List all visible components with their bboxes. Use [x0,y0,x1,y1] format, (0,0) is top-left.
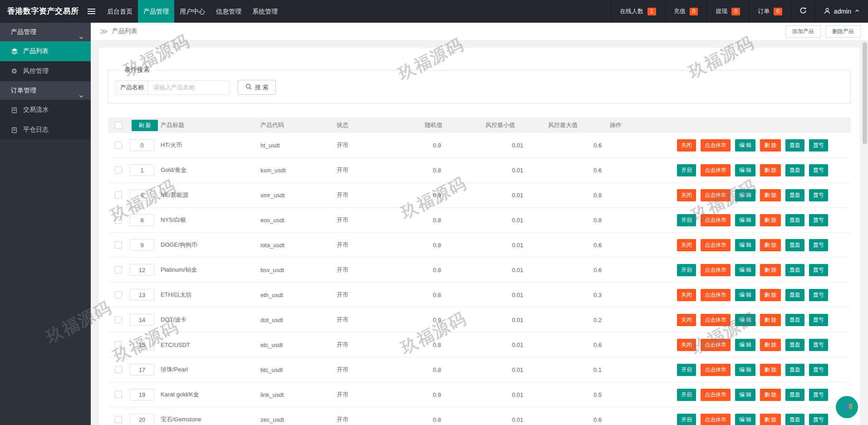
pause-market-button[interactable]: 点击休市 [701,364,731,376]
show-win-button[interactable]: 显盈 [785,189,804,201]
refresh-table-button[interactable]: 刷 新 [132,120,158,131]
delete-button[interactable]: 删 除 [760,289,780,301]
search-button[interactable]: 搜 索 [238,80,276,95]
toggle-market-button[interactable]: 开启 [677,414,696,425]
sidebar-item-product-list[interactable]: 产品列表 [0,41,91,61]
product-id-input[interactable] [130,314,154,326]
delete-button[interactable]: 删 除 [760,339,780,351]
edit-button[interactable]: 编 辑 [735,314,755,326]
delete-button[interactable]: 删 除 [760,164,780,176]
edit-button[interactable]: 编 辑 [735,414,755,425]
product-id-input[interactable] [130,164,154,176]
show-win-button[interactable]: 显盈 [785,364,804,376]
row-checkbox[interactable] [115,166,122,174]
scrollbar-thumb[interactable] [863,42,867,144]
toggle-market-button[interactable]: 关闭 [677,314,696,326]
show-loss-button[interactable]: 显亏 [809,139,828,151]
delete-button[interactable]: 删 除 [760,314,780,326]
delete-button[interactable]: 删 除 [760,214,780,226]
edit-button[interactable]: 编 辑 [735,389,755,401]
sidebar-group-product-management[interactable]: 产品管理 [0,23,91,41]
toggle-market-button[interactable]: 关闭 [677,289,696,301]
pause-market-button[interactable]: 点击休市 [701,314,731,326]
row-checkbox[interactable] [115,391,122,398]
audio-notification-button[interactable] [836,396,858,418]
top-stat-deposit[interactable]: 充值0 [665,0,707,23]
delete-product-button[interactable]: 删除产品 [825,25,861,38]
product-id-input[interactable] [130,264,154,276]
top-stat-withdrawal[interactable]: 提现0 [706,0,749,23]
top-nav-item-home[interactable]: 后台首页 [102,0,138,23]
edit-button[interactable]: 编 辑 [735,289,755,301]
row-checkbox[interactable] [115,291,122,298]
edit-button[interactable]: 编 辑 [735,239,755,251]
edit-button[interactable]: 编 辑 [735,264,755,276]
edit-button[interactable]: 编 辑 [735,364,755,376]
hamburger-menu-icon[interactable] [81,0,102,23]
top-stat-online[interactable]: 在线人数1 [611,0,665,23]
toggle-market-button[interactable]: 开启 [677,264,696,276]
delete-button[interactable]: 删 除 [760,189,780,201]
pause-market-button[interactable]: 点击休市 [701,214,731,226]
edit-button[interactable]: 编 辑 [735,139,755,151]
show-loss-button[interactable]: 显亏 [809,314,828,326]
show-loss-button[interactable]: 显亏 [809,214,828,226]
row-checkbox[interactable] [115,266,122,274]
toggle-market-button[interactable]: 关闭 [677,239,696,251]
show-win-button[interactable]: 显盈 [785,239,804,251]
toggle-market-button[interactable]: 开启 [677,164,696,176]
toggle-market-button[interactable]: 关闭 [677,189,696,201]
row-checkbox[interactable] [115,191,122,199]
pause-market-button[interactable]: 点击休市 [701,239,731,251]
pause-market-button[interactable]: 点击休市 [701,264,731,276]
product-id-input[interactable] [130,139,154,151]
show-loss-button[interactable]: 显亏 [809,239,828,251]
toggle-market-button[interactable]: 开启 [677,389,696,401]
show-loss-button[interactable]: 显亏 [809,264,828,276]
show-win-button[interactable]: 显盈 [785,139,804,151]
sidebar-item-trade-flow[interactable]: 交易流水 [0,100,91,120]
show-win-button[interactable]: 显盈 [785,314,804,326]
pause-market-button[interactable]: 点击休市 [701,414,731,425]
refresh-button[interactable] [791,0,815,23]
show-loss-button[interactable]: 显亏 [809,414,828,425]
product-id-input[interactable] [130,414,154,425]
show-loss-button[interactable]: 显亏 [809,164,828,176]
row-checkbox[interactable] [115,241,122,249]
product-id-input[interactable] [130,239,154,251]
edit-button[interactable]: 编 辑 [735,339,755,351]
show-win-button[interactable]: 显盈 [785,214,804,226]
top-nav-item-system[interactable]: 系统管理 [247,0,283,23]
product-id-input[interactable] [130,289,154,301]
product-id-input[interactable] [130,189,154,201]
top-stat-orders[interactable]: 订单0 [749,0,791,23]
edit-button[interactable]: 编 辑 [735,164,755,176]
product-id-input[interactable] [130,364,154,376]
row-checkbox[interactable] [115,316,122,323]
show-win-button[interactable]: 显盈 [785,414,804,425]
pause-market-button[interactable]: 点击休市 [701,189,731,201]
show-loss-button[interactable]: 显亏 [809,339,828,351]
toggle-market-button[interactable]: 开启 [677,214,696,226]
toggle-market-button[interactable]: 关闭 [677,139,696,151]
add-product-button[interactable]: 添加产品 [785,25,821,38]
row-checkbox[interactable] [115,142,122,149]
show-win-button[interactable]: 显盈 [785,339,804,351]
pause-market-button[interactable]: 点击休市 [701,339,731,351]
delete-button[interactable]: 删 除 [760,139,780,151]
edit-button[interactable]: 编 辑 [735,214,755,226]
row-checkbox[interactable] [115,216,122,224]
show-win-button[interactable]: 显盈 [785,264,804,276]
top-nav-item-info[interactable]: 信息管理 [211,0,247,23]
select-all-checkbox[interactable] [115,122,122,129]
pause-market-button[interactable]: 点击休市 [701,139,731,151]
delete-button[interactable]: 删 除 [760,239,780,251]
show-loss-button[interactable]: 显亏 [809,289,828,301]
show-loss-button[interactable]: 显亏 [809,389,828,401]
delete-button[interactable]: 删 除 [760,389,780,401]
edit-button[interactable]: 编 辑 [735,189,755,201]
product-id-input[interactable] [130,389,154,401]
row-checkbox[interactable] [115,341,122,348]
toggle-market-button[interactable]: 开启 [677,364,696,376]
show-loss-button[interactable]: 显亏 [809,189,828,201]
